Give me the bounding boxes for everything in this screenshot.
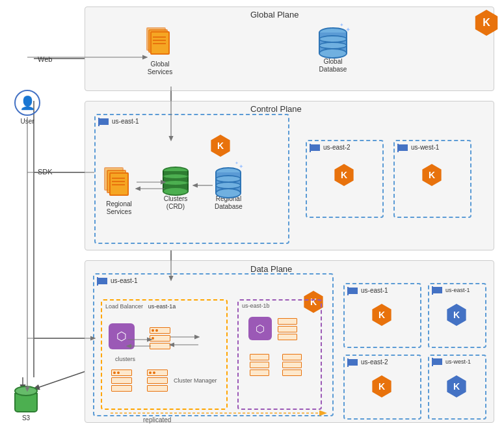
control-region-east1-label: us-east-1 <box>99 118 139 125</box>
server-1b-2 <box>248 353 277 376</box>
data-plane-label: Data Plane <box>250 264 292 274</box>
load-balancer-icon: ⬡ <box>109 323 135 349</box>
data-right-east1-top-label: us-east-1 <box>349 287 388 294</box>
server-stack-3 <box>144 366 173 394</box>
flag-icon-dr1 <box>349 288 358 294</box>
cluster-manager-label: Cluster Manager <box>174 377 217 384</box>
regional-db-icon: ✦ ✦ <box>215 165 241 193</box>
global-db-icon: ✦ ✦ <box>319 25 347 56</box>
flag-icon-dr3 <box>349 359 358 366</box>
user-container: 👤 User <box>14 90 40 126</box>
flag-icon-dr2 <box>433 287 442 293</box>
user-icon: 👤 <box>14 90 40 116</box>
data-region-right-east1-top: us-east-1 K <box>343 283 421 348</box>
flag-icon-east2 <box>311 144 320 151</box>
user-label: User <box>20 118 34 126</box>
k-icon-dr1: K <box>371 304 393 326</box>
global-plane-label: Global Plane <box>250 10 298 20</box>
server-1b-1 <box>276 317 305 340</box>
data-right-east2-label: us-east-2 <box>349 358 388 366</box>
server-stack-1 <box>144 323 173 352</box>
data-region-right-east1-top2: us-east-1 K <box>428 283 486 348</box>
k-logo-topright: K <box>473 10 499 36</box>
control-region-east2-label: us-east-2 <box>311 144 351 151</box>
flag-icon-dr4 <box>433 358 442 365</box>
s3-icon <box>12 384 40 412</box>
flag-icon <box>99 118 109 125</box>
server-stack-2 <box>109 366 137 394</box>
regional-db-container: ✦ ✦ Regional Database <box>215 165 243 211</box>
global-services-icon-container: Global Services <box>144 26 176 76</box>
clusters-crd-label: Clusters (CRD) <box>164 195 188 211</box>
global-services-icon <box>144 26 176 59</box>
k-icon-dr4: K <box>445 375 468 397</box>
global-db-icon-container: ✦ ✦ Global Database <box>319 25 347 74</box>
clusters-text: clusters <box>115 356 135 362</box>
k-icon-control-west1: K <box>421 164 443 186</box>
data-right-east1-top2-label: us-east-1 <box>433 287 470 293</box>
control-plane-label: Control Plane <box>250 104 302 114</box>
sub-region-east1b-label: us-east-1b <box>242 302 270 309</box>
control-region-west1: us-west-1 K <box>393 140 471 218</box>
web-label: Web <box>38 55 52 63</box>
diagram: Global Plane K Global Services ✦ ✦ <box>0 0 504 430</box>
data-region-main-label: us-east-1 <box>98 277 138 284</box>
k-icon-dr3: K <box>371 375 393 397</box>
s3-container: S3 <box>12 384 40 422</box>
k-icon-control-east2: K <box>333 164 355 186</box>
s3-label: S3 <box>22 414 30 422</box>
clusters-crd-icon <box>163 165 189 193</box>
global-db-label: Global Database <box>319 58 347 74</box>
data-right-west1-label: us-west-1 <box>433 358 471 365</box>
flag-icon-data-main <box>98 278 107 284</box>
data-region-right-west1: us-west-1 K <box>428 355 486 420</box>
lb-icon-1b: ⬡ <box>248 317 272 340</box>
replicated-label: replicated <box>143 416 171 423</box>
control-region-west1-label: us-west-1 <box>399 144 439 151</box>
sdk-label: SDK <box>38 168 53 176</box>
regional-services-label: Regional Services <box>106 200 131 216</box>
control-region-east2: us-east-2 K <box>306 140 384 218</box>
k-icon-dr2: K <box>445 304 468 326</box>
global-services-label: Global Services <box>148 60 172 76</box>
regional-services-container: Regional Services <box>103 166 135 216</box>
sub-region-east1b: us-east-1b ⬡ <box>237 299 322 410</box>
server-1b-3 <box>281 353 310 376</box>
sub-region-east1a-label: Load Balancer us-east-1a <box>105 302 176 310</box>
data-region-right-east2: us-east-2 K <box>343 355 421 420</box>
flag-icon-west1 <box>399 144 408 151</box>
sub-region-east1a: Load Balancer us-east-1a ⬡ clusters <box>101 299 228 410</box>
clusters-crd-container: Clusters (CRD) <box>163 165 189 211</box>
regional-services-icon <box>103 166 135 198</box>
k-icon-control-east1: K <box>209 135 232 157</box>
